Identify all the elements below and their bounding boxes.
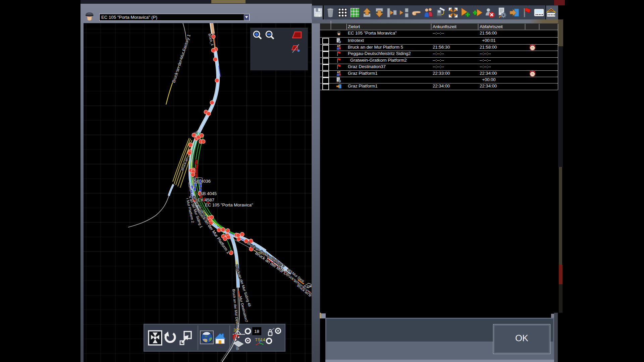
svg-text:Bruck an der Mur Platform 7: Bruck an der Mur Platform 7	[247, 241, 286, 268]
svg-text:156: 156	[282, 268, 287, 272]
svg-text:SB 4045: SB 4045	[200, 191, 217, 196]
svg-text:SB 4036: SB 4036	[194, 179, 211, 184]
svg-text:Bruck an der Mur Factory 1: Bruck an der Mur Factory 1	[171, 34, 192, 83]
svg-text:onB: onB	[235, 343, 240, 350]
svg-text:EX 4587: EX 4587	[198, 197, 214, 202]
svg-text:Bruck an: Bruck an	[180, 157, 189, 171]
svg-text:EC 105 "Porta Moravica": EC 105 "Porta Moravica"	[205, 202, 253, 207]
svg-text:156: 156	[307, 285, 312, 288]
